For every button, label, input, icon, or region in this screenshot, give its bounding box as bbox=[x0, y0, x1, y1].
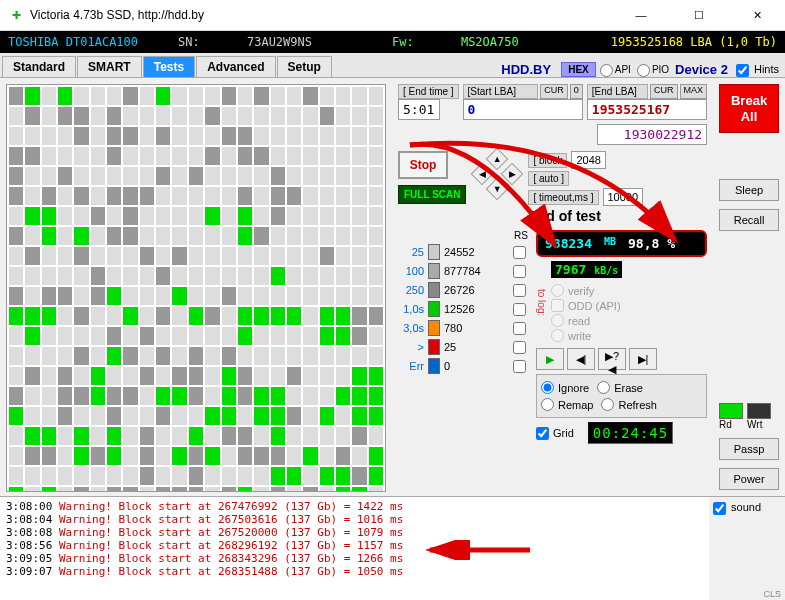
prev-button[interactable]: ◀| bbox=[567, 348, 595, 370]
endlba-input[interactable]: 1953525167 bbox=[587, 99, 707, 120]
endlba-label: [End LBA] bbox=[587, 84, 648, 99]
sound-checkbox[interactable]: sound bbox=[713, 501, 781, 515]
startlba-input[interactable]: 0 bbox=[463, 99, 583, 120]
drive-model: TOSHIBA DT01ACA100 bbox=[8, 35, 138, 49]
end-of-test-label: End of test bbox=[528, 208, 707, 224]
brand-link[interactable]: HDD.BY bbox=[501, 62, 551, 77]
arrow-up-button[interactable]: ▲ bbox=[486, 148, 509, 171]
verify-radio[interactable]: verify bbox=[551, 284, 699, 297]
timing-row: >25 bbox=[398, 339, 528, 355]
endtime-label: [ End time ] bbox=[398, 84, 459, 99]
read-radio[interactable]: read bbox=[551, 314, 699, 327]
hints-checkbox[interactable]: Hints bbox=[736, 63, 779, 77]
log-line: 3:08:00 Warning! Block start at 26747699… bbox=[6, 500, 703, 513]
device-select[interactable]: Device 2 bbox=[675, 62, 728, 77]
surface-map bbox=[6, 84, 386, 492]
log-line: 3:08:08 Warning! Block start at 26752000… bbox=[6, 526, 703, 539]
play-button[interactable]: ▶ bbox=[536, 348, 564, 370]
arrow-pad: ▲ ▼ ◀ ▶ bbox=[474, 151, 520, 197]
startlba-cur-button[interactable]: CUR bbox=[540, 84, 568, 99]
endlba-max-button[interactable]: MAX bbox=[680, 84, 708, 99]
cls-button[interactable]: CLS bbox=[713, 589, 781, 599]
refresh-radio[interactable]: Refresh bbox=[601, 398, 657, 411]
log-panel[interactable]: 3:08:00 Warning! Block start at 26747699… bbox=[0, 497, 709, 600]
stop-button[interactable]: Stop bbox=[398, 151, 448, 179]
recall-button[interactable]: Recall bbox=[719, 209, 779, 231]
log-line: 3:09:07 Warning! Block start at 26835148… bbox=[6, 565, 703, 578]
close-button[interactable]: ✕ bbox=[737, 9, 777, 22]
tab-smart[interactable]: SMART bbox=[77, 56, 142, 77]
tolog-label: to log: bbox=[536, 289, 547, 316]
rd-wrt-indicator: Rd Wrt bbox=[719, 403, 779, 430]
odd-checkbox[interactable]: ODD (API) bbox=[551, 299, 699, 312]
timing-row: 100877784 bbox=[398, 263, 528, 279]
timeout-select[interactable]: 10000 bbox=[603, 188, 644, 206]
maximize-button[interactable]: ☐ bbox=[679, 9, 719, 22]
auto-label: [ auto ] bbox=[528, 171, 569, 186]
lba-capacity: 1953525168 LBA (1,0 Tb) bbox=[611, 35, 777, 49]
log-line: 3:09:05 Warning! Block start at 26834329… bbox=[6, 552, 703, 565]
api-radio[interactable]: API bbox=[600, 64, 631, 77]
grid-checkbox[interactable]: Grid bbox=[536, 427, 574, 440]
tab-standard[interactable]: Standard bbox=[2, 56, 76, 77]
power-button[interactable]: Power bbox=[719, 468, 779, 490]
arrow-right-button[interactable]: ▶ bbox=[501, 163, 524, 186]
erase-radio[interactable]: Erase bbox=[597, 381, 643, 394]
app-icon: ✚ bbox=[8, 7, 24, 23]
tab-advanced[interactable]: Advanced bbox=[196, 56, 275, 77]
arrow-left-button[interactable]: ◀ bbox=[471, 163, 494, 186]
fullscan-button[interactable]: FULL SCAN bbox=[398, 185, 466, 204]
endtime-value[interactable]: 5:01 bbox=[398, 99, 440, 120]
endlba-cur-button[interactable]: CUR bbox=[650, 84, 678, 99]
timing-row: 25026726 bbox=[398, 282, 528, 298]
remap-radio[interactable]: Remap bbox=[541, 398, 593, 411]
tab-tests[interactable]: Tests bbox=[143, 56, 195, 77]
serial-number: SN: 73AU2W9NS bbox=[178, 35, 352, 49]
passp-button[interactable]: Passp bbox=[719, 438, 779, 460]
firmware: Fw: MS2OA750 bbox=[392, 35, 559, 49]
percent-done: 98,8 % bbox=[624, 235, 679, 252]
ignore-radio[interactable]: Ignore bbox=[541, 381, 589, 394]
rs-label: RS bbox=[514, 230, 528, 241]
log-line: 3:08:56 Warning! Block start at 26829619… bbox=[6, 539, 703, 552]
pio-radio[interactable]: PIO bbox=[637, 64, 669, 77]
write-radio[interactable]: write bbox=[551, 329, 699, 342]
position-value: 1930022912 bbox=[597, 124, 707, 145]
timeout-label: [ timeout,ms ] bbox=[528, 190, 598, 205]
seek-button[interactable]: ▶?◀ bbox=[598, 348, 626, 370]
timing-row: 1,0s12526 bbox=[398, 301, 528, 317]
sleep-button[interactable]: Sleep bbox=[719, 179, 779, 201]
timing-row: Err0 bbox=[398, 358, 528, 374]
startlba-zero-button[interactable]: 0 bbox=[570, 84, 583, 99]
window-title: Victoria 4.73b SSD, http://hdd.by bbox=[30, 8, 621, 22]
progress-display: 988234MB 98,8 % bbox=[536, 230, 707, 257]
tab-setup[interactable]: Setup bbox=[277, 56, 332, 77]
log-line: 3:08:04 Warning! Block start at 26750361… bbox=[6, 513, 703, 526]
block-label: [ block bbox=[528, 153, 567, 168]
speed-value: 7967 kB/s bbox=[551, 261, 622, 278]
block-select[interactable]: 2048 bbox=[571, 151, 605, 169]
next-button[interactable]: ▶| bbox=[629, 348, 657, 370]
elapsed-timer: 00:24:45 bbox=[588, 422, 673, 444]
break-all-button[interactable]: Break All bbox=[719, 84, 779, 133]
timing-row: 2524552 bbox=[398, 244, 528, 260]
minimize-button[interactable]: — bbox=[621, 9, 661, 22]
arrow-down-button[interactable]: ▼ bbox=[486, 178, 509, 201]
startlba-label: [Start LBA] bbox=[463, 84, 539, 99]
mb-scanned: 988234 bbox=[541, 235, 596, 252]
hex-button[interactable]: HEX bbox=[561, 62, 596, 77]
timing-row: 3,0s780 bbox=[398, 320, 528, 336]
